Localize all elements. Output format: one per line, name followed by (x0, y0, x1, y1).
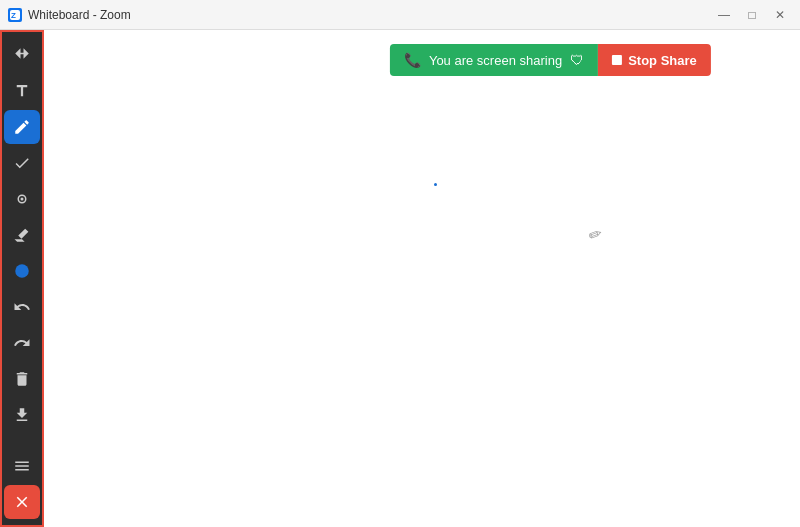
stamp-tool-button[interactable] (4, 182, 40, 216)
canvas-marker (434, 183, 437, 186)
screen-share-bar: 📞 You are screen sharing 🛡 Stop Share (390, 44, 711, 76)
maximize-button[interactable]: □ (740, 5, 764, 25)
svg-point-3 (21, 198, 24, 201)
share-status-text: You are screen sharing (429, 53, 562, 68)
stop-share-button[interactable]: Stop Share (598, 44, 711, 76)
title-bar: Z Whiteboard - Zoom — □ ✕ (0, 0, 800, 30)
whiteboard-canvas[interactable]: 📞 You are screen sharing 🛡 Stop Share ✏ (44, 30, 800, 527)
delete-button[interactable] (4, 362, 40, 396)
pencil-cursor: ✏ (586, 223, 605, 245)
minimize-button[interactable]: — (712, 5, 736, 25)
toolbar-sidebar (0, 30, 44, 527)
stop-share-label: Stop Share (628, 53, 697, 68)
download-button[interactable] (4, 398, 40, 432)
title-bar-left: Z Whiteboard - Zoom (8, 8, 131, 22)
eraser-tool-button[interactable] (4, 218, 40, 252)
share-status-indicator: 📞 You are screen sharing 🛡 (390, 44, 598, 76)
window-controls: — □ ✕ (712, 5, 792, 25)
stop-icon (612, 55, 622, 65)
menu-button[interactable] (4, 449, 40, 483)
phone-icon: 📞 (404, 52, 421, 68)
move-tool-button[interactable] (4, 38, 40, 72)
shield-icon: 🛡 (570, 52, 584, 68)
select-tool-button[interactable] (4, 146, 40, 180)
zoom-icon: Z (8, 8, 22, 22)
undo-button[interactable] (4, 290, 40, 324)
close-button[interactable]: ✕ (768, 5, 792, 25)
window-title: Whiteboard - Zoom (28, 8, 131, 22)
color-picker-button[interactable] (4, 254, 40, 288)
svg-point-4 (15, 264, 29, 278)
pen-tool-button[interactable] (4, 110, 40, 144)
main-container: 📞 You are screen sharing 🛡 Stop Share ✏ (0, 30, 800, 527)
close-whiteboard-button[interactable] (4, 485, 40, 519)
text-tool-button[interactable] (4, 74, 40, 108)
redo-button[interactable] (4, 326, 40, 360)
svg-text:Z: Z (11, 11, 16, 20)
